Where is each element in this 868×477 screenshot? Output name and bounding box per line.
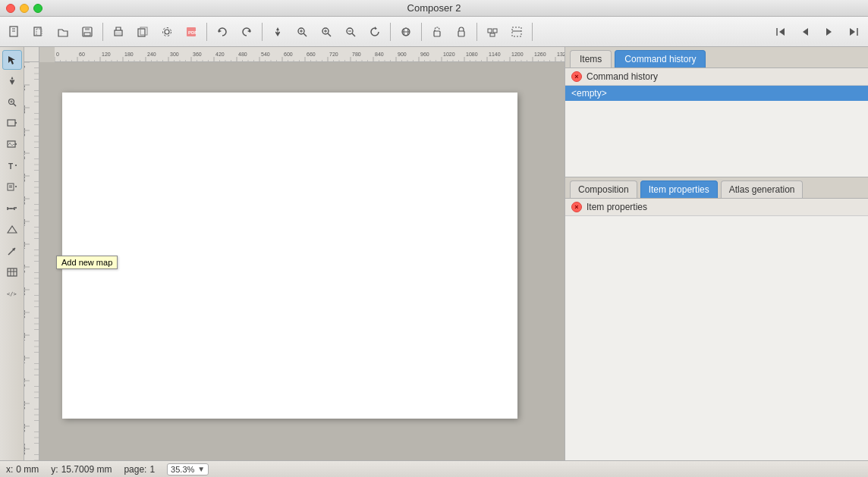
unlock-button[interactable] [426, 20, 448, 43]
sep7 [532, 23, 533, 41]
titlebar: Composer 2 [0, 0, 868, 17]
svg-text:1020: 1020 [443, 52, 455, 57]
atlas-settings-button[interactable] [395, 20, 417, 43]
settings-button[interactable] [156, 20, 178, 43]
sep1 [102, 23, 103, 41]
svg-text:240: 240 [147, 52, 156, 57]
pan-tool-button[interactable] [266, 20, 289, 43]
cmd-history-item-empty[interactable]: <empty> [565, 86, 868, 101]
svg-text:120: 120 [24, 105, 26, 114]
zoom-in-button[interactable] [315, 20, 338, 43]
page-canvas [62, 93, 517, 419]
svg-text:960: 960 [24, 423, 26, 432]
add-new-map-tooltip: Add new map [56, 256, 118, 269]
add-scalebar-button[interactable] [2, 199, 22, 218]
svg-line-23 [328, 33, 331, 36]
maximize-button[interactable] [33, 4, 42, 13]
svg-point-13 [163, 27, 171, 36]
nav-prev-button[interactable] [794, 20, 816, 43]
close-button[interactable] [6, 4, 15, 13]
new-from-template-button[interactable] [27, 20, 50, 43]
svg-text:720: 720 [329, 52, 338, 57]
svg-text:540: 540 [261, 52, 270, 57]
add-legend-button[interactable] [2, 177, 22, 197]
print-button[interactable] [107, 20, 130, 43]
redo-button[interactable] [235, 20, 258, 43]
svg-text:360: 360 [193, 52, 202, 57]
add-html-button[interactable]: </> [2, 284, 22, 303]
nav-first-button[interactable] [769, 20, 792, 43]
select-tool-button[interactable] [2, 50, 22, 70]
lock-button[interactable] [450, 20, 473, 43]
h-ruler-svg: 0601201802403003604204805406006607207808… [55, 47, 565, 62]
svg-marker-46 [8, 56, 15, 64]
x-coordinate: x: 0 mm [6, 464, 39, 475]
add-arrow-button[interactable] [2, 241, 22, 261]
svg-text:0: 0 [56, 52, 59, 57]
item-properties-tab[interactable]: Item properties [640, 180, 718, 198]
svg-rect-6 [85, 27, 90, 30]
export-pdf-button[interactable]: PDF [180, 20, 203, 43]
item-properties-panel: × Item properties [565, 199, 868, 460]
left-toolbar: T </> [0, 47, 24, 460]
page-label: page: [124, 464, 146, 475]
svg-rect-38 [512, 27, 521, 36]
add-shape-button[interactable] [2, 220, 22, 240]
svg-text:900: 900 [398, 52, 407, 57]
svg-rect-9 [116, 33, 121, 35]
svg-rect-7 [84, 33, 90, 36]
refresh-button[interactable] [363, 20, 386, 43]
svg-text:720: 720 [24, 332, 26, 341]
svg-text:1320: 1320 [557, 52, 565, 57]
svg-rect-33 [434, 31, 440, 36]
save-button[interactable] [76, 20, 99, 43]
sep4 [390, 23, 391, 41]
svg-text:180: 180 [124, 52, 134, 57]
x-label: x: [6, 464, 13, 475]
canvas-viewport[interactable]: Add new map [39, 62, 565, 460]
group-button[interactable] [481, 20, 504, 43]
svg-text:480: 480 [24, 241, 26, 250]
command-history-list[interactable]: <empty> [565, 86, 868, 177]
nav-last-button[interactable] [842, 20, 865, 43]
traffic-lights [6, 4, 42, 13]
item-properties-close[interactable]: × [571, 202, 582, 212]
svg-marker-45 [850, 28, 855, 36]
zoom-out-button[interactable] [339, 20, 362, 43]
zoom-tool-button-left[interactable] [2, 93, 22, 112]
add-text-button[interactable]: T [2, 156, 22, 176]
composition-tab[interactable]: Composition [570, 180, 637, 198]
svg-line-48 [13, 104, 16, 107]
add-image-button[interactable] [2, 135, 22, 155]
sep6 [476, 23, 477, 41]
svg-text:1140: 1140 [489, 52, 501, 57]
svg-text:0: 0 [24, 65, 26, 68]
x-value: 0 mm [16, 464, 39, 475]
sep3 [262, 23, 263, 41]
svg-text:360: 360 [24, 196, 26, 205]
svg-text:540: 540 [24, 264, 26, 273]
right-panel-top-tabs: Items Command history [565, 47, 868, 68]
items-tab[interactable]: Items [570, 50, 612, 67]
open-button[interactable] [52, 20, 74, 43]
command-history-tab[interactable]: Command history [615, 50, 706, 67]
nav-next-button[interactable] [818, 20, 841, 43]
undo-button[interactable] [211, 20, 234, 43]
svg-text:600: 600 [24, 287, 26, 296]
svg-marker-72 [8, 226, 17, 233]
add-table-button[interactable] [2, 262, 22, 282]
new-button[interactable] [3, 20, 26, 43]
svg-rect-35 [488, 29, 492, 33]
command-history-close[interactable]: × [571, 71, 582, 82]
sep2 [206, 23, 207, 41]
minimize-button[interactable] [20, 4, 29, 13]
atlas-generation-tab[interactable]: Atlas generation [721, 180, 804, 198]
svg-text:300: 300 [24, 173, 26, 182]
zoom-full-button[interactable] [291, 20, 313, 43]
svg-marker-16 [219, 30, 222, 33]
pan-tool-button-left[interactable] [2, 71, 22, 91]
add-map-button[interactable] [2, 114, 22, 133]
ungroup-button[interactable] [505, 20, 528, 43]
duplicate-button[interactable] [131, 20, 154, 43]
zoom-selector[interactable]: 35.3% ▼ [167, 463, 209, 475]
